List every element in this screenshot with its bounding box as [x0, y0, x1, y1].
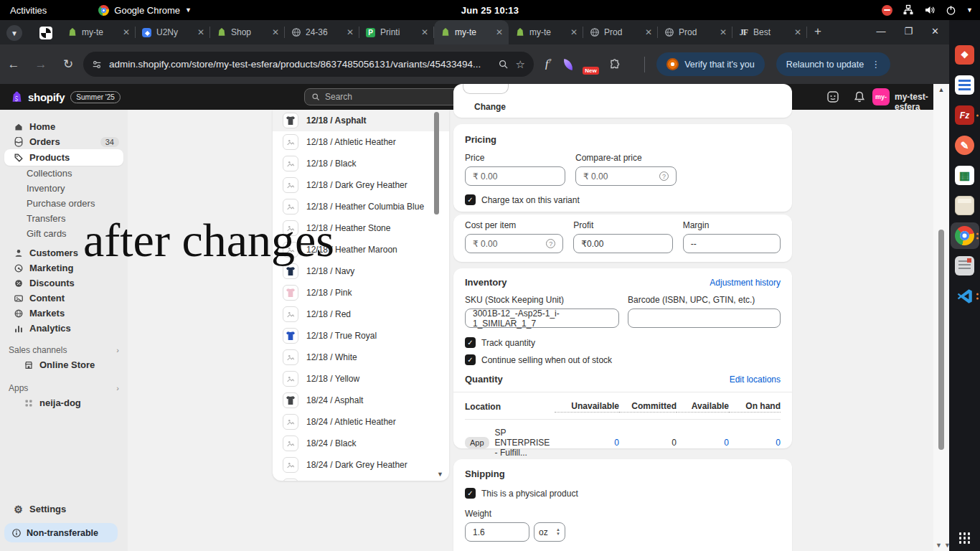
sidebar-item-orders[interactable]: Orders 34: [0, 134, 128, 149]
charge-tax-checkbox-row[interactable]: ✓ Charge tax on this variant: [465, 194, 781, 205]
variant-row[interactable]: 12/18 / Black: [273, 153, 449, 174]
sidebar-item-settings[interactable]: ⚙ Settings: [0, 501, 128, 517]
variant-row[interactable]: 18/24 / Asphalt: [273, 390, 449, 411]
variant-row[interactable]: 12/18 / Athletic Heather: [273, 131, 449, 153]
stepper-arrows-icon[interactable]: ▲▼: [556, 528, 560, 536]
clock[interactable]: Jun 25 10:13: [461, 5, 519, 16]
page-scrollbar-thumb[interactable]: [938, 230, 944, 450]
tab-close-icon[interactable]: ✕: [794, 27, 801, 37]
barcode-input[interactable]: [628, 309, 781, 328]
bookmark-star-icon[interactable]: ☆: [516, 58, 525, 71]
browser-tab[interactable]: my-te✕: [61, 20, 136, 44]
variant-row[interactable]: 12/18 / Asphalt: [273, 110, 449, 131]
inbox-chat-icon[interactable]: [826, 90, 839, 103]
shopify-logo[interactable]: shopify: [10, 90, 65, 104]
tab-close-icon[interactable]: ✕: [720, 27, 727, 37]
sidebar-item-markets[interactable]: Markets: [0, 306, 128, 321]
help-icon[interactable]: ?: [659, 171, 669, 181]
variant-row[interactable]: 12/18 / Pink: [273, 282, 449, 303]
verify-identity-button[interactable]: Verify that it's you: [656, 52, 765, 76]
browser-tab[interactable]: Prod✕: [658, 20, 732, 44]
browser-tab[interactable]: Prod✕: [583, 20, 658, 44]
browser-tab[interactable]: U2Ny✕: [136, 20, 210, 44]
price-input[interactable]: ₹ 0.00: [465, 166, 565, 186]
sidebar-item-collections[interactable]: Collections: [0, 166, 128, 181]
minimize-button[interactable]: —: [876, 26, 885, 37]
sidebar-item-neija-dog[interactable]: neija-dog: [0, 395, 128, 410]
variant-image-placeholder[interactable]: [463, 84, 509, 94]
variant-row[interactable]: 12/18 / Red: [273, 303, 449, 325]
tab-close-icon[interactable]: ✕: [197, 27, 204, 37]
relaunch-update-button[interactable]: Relaunch to update ⋮: [776, 52, 890, 76]
chrome-icon[interactable]: [951, 222, 979, 249]
weight-unit-select[interactable]: oz ▲▼: [534, 522, 565, 542]
checkbox-checked-icon[interactable]: ✓: [465, 354, 476, 365]
margin-input[interactable]: --: [683, 234, 781, 253]
filezilla-icon[interactable]: Fz: [951, 102, 979, 128]
apps-header[interactable]: Apps›: [0, 381, 128, 395]
restore-button[interactable]: ❐: [904, 26, 913, 37]
page-scrollbar[interactable]: ▲ ▼▼: [933, 84, 949, 551]
browser-tab[interactable]: 24-36✕: [285, 20, 359, 44]
available-value[interactable]: 0: [677, 438, 729, 448]
forward-button[interactable]: →: [27, 57, 55, 72]
variant-row[interactable]: 18/24 / Dark Grey Heather: [273, 454, 449, 476]
pinned-tab-icon[interactable]: [39, 27, 52, 39]
notifications-bell-icon[interactable]: [853, 90, 866, 103]
app-menu[interactable]: Google Chrome ▼: [98, 5, 192, 16]
available-header[interactable]: Available: [677, 401, 729, 413]
system-tray[interactable]: ▼: [882, 4, 973, 16]
tab-close-icon[interactable]: ✕: [645, 27, 652, 37]
new-tab-button[interactable]: +: [814, 24, 821, 39]
physical-product-checkbox-row[interactable]: ✓ This is a physical product: [465, 488, 781, 499]
sidebar-item-products[interactable]: Products: [4, 149, 123, 166]
variant-row[interactable]: 12/18 / Dark Grey Heather: [273, 174, 449, 196]
browser-tab[interactable]: my-te✕: [434, 20, 509, 44]
change-image-button[interactable]: Change: [474, 102, 506, 112]
activities-button[interactable]: Activities: [10, 5, 47, 16]
checkbox-checked-icon[interactable]: ✓: [465, 488, 476, 499]
files-folder-icon[interactable]: [951, 192, 979, 219]
checkbox-checked-icon[interactable]: ✓: [465, 337, 476, 348]
close-button[interactable]: ✕: [931, 26, 939, 37]
tab-close-icon[interactable]: ✕: [570, 27, 578, 37]
writer-doc-icon[interactable]: [951, 72, 979, 98]
variant-row[interactable]: 12/18 / True Royal: [273, 325, 449, 347]
sidebar-item-content[interactable]: Content: [0, 291, 128, 306]
store-avatar[interactable]: my-: [872, 88, 890, 105]
variant-row[interactable]: 18/24 / Athletic Heather: [273, 411, 449, 433]
zoom-icon[interactable]: [498, 59, 509, 70]
variant-row[interactable]: 18/24 / Heather Columbia Blue: [273, 476, 449, 481]
variant-list-scroll-down-icon[interactable]: ▼: [437, 471, 443, 478]
unavailable-value[interactable]: 0: [555, 438, 619, 448]
unavailable-header[interactable]: Unavailable: [555, 401, 619, 413]
variant-row[interactable]: 18/24 / Black: [273, 433, 449, 454]
tasks-red-icon[interactable]: ❖: [951, 42, 979, 68]
kebab-menu-icon[interactable]: ⋮: [871, 59, 880, 70]
tab-close-icon[interactable]: ✕: [347, 27, 354, 37]
edit-locations-link[interactable]: Edit locations: [730, 375, 781, 385]
sidebar-item-inventory[interactable]: Inventory: [0, 181, 128, 196]
weight-input[interactable]: 1.6: [465, 522, 529, 542]
scroll-down-arrows-icon[interactable]: ▼▼: [936, 542, 949, 549]
variant-list-scrollbar-thumb[interactable]: [434, 112, 439, 215]
adjustment-history-link[interactable]: Adjustment history: [710, 278, 781, 288]
sku-input[interactable]: 3001B-12_-Asp25-1_i-1_SIMILAR_1_7: [465, 309, 619, 328]
tab-search-chevron-button[interactable]: ▼: [6, 25, 22, 41]
sidebar-item-analytics[interactable]: Analytics: [0, 321, 128, 336]
variant-row[interactable]: 12/18 / Yellow: [273, 368, 449, 390]
editor-pencil-icon[interactable]: ✎: [951, 132, 979, 159]
browser-tab[interactable]: JFBest✕: [732, 20, 807, 44]
track-quantity-checkbox-row[interactable]: ✓ Track quantity: [465, 337, 781, 348]
help-icon[interactable]: ?: [546, 239, 555, 248]
sidebar-item-purchase-orders[interactable]: Purchase orders: [0, 196, 128, 211]
checkbox-checked-icon[interactable]: ✓: [465, 194, 476, 205]
sidebar-item-home[interactable]: Home: [0, 119, 128, 134]
feather-extension-icon[interactable]: [562, 58, 574, 70]
reload-button[interactable]: ↻: [55, 57, 82, 72]
browser-tab[interactable]: PPrinti✕: [359, 20, 434, 44]
extensions-puzzle-icon[interactable]: [609, 59, 621, 70]
fonts-extension-icon[interactable]: f?: [545, 58, 551, 70]
browser-tab[interactable]: my-te✕: [509, 20, 583, 44]
variant-row[interactable]: 12/18 / White: [273, 347, 449, 368]
